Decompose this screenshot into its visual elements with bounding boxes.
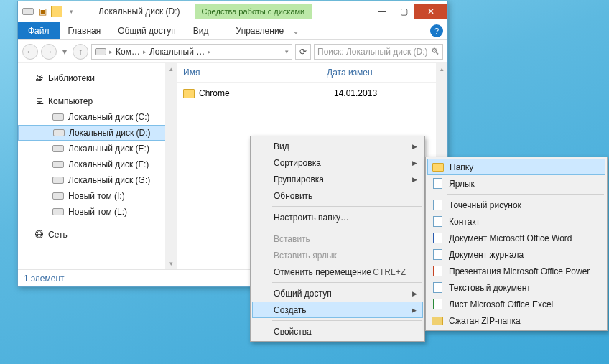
drive-icon: [52, 177, 64, 184]
maximize-button[interactable]: ▢: [393, 4, 414, 19]
ctx-customize[interactable]: Настроить папку…: [252, 209, 423, 225]
new-text[interactable]: Текстовый документ: [427, 279, 605, 296]
window-title: Локальный диск (D:): [98, 6, 180, 17]
ctx-shortcut: CTRL+Z: [373, 267, 406, 277]
navigation-pane: 📚︎Библиотеки 💻︎Компьютер Локальный диск …: [18, 63, 177, 269]
item-name: Chrome: [199, 88, 334, 98]
journal-icon: [432, 249, 443, 261]
contextual-tab-label[interactable]: Средства работы с дисками: [195, 4, 312, 19]
separator: [272, 282, 422, 283]
search-input[interactable]: Поиск: Локальный диск (D:) 🔍︎: [314, 44, 443, 60]
submenu-arrow-icon: ▶: [412, 159, 417, 167]
nav-drive-c[interactable]: Локальный диск (C:): [18, 109, 177, 125]
context-submenu-new: Папку Ярлык Точечный рисунок Контакт Док…: [425, 157, 608, 331]
drive-icon: [95, 48, 106, 55]
breadcrumb-2[interactable]: Локальный …: [149, 47, 205, 57]
breadcrumb-sep[interactable]: ▸: [143, 48, 147, 55]
separator: [272, 206, 422, 207]
refresh-button[interactable]: ⟳: [295, 44, 311, 60]
tab-share[interactable]: Общий доступ: [109, 22, 185, 39]
nav-libraries[interactable]: 📚︎Библиотеки: [18, 70, 177, 86]
nav-label: Локальный диск (E:): [68, 144, 149, 154]
qat-chevron-icon[interactable]: ▾: [65, 6, 77, 17]
nav-label: Новый том (I:): [68, 191, 125, 201]
tab-file[interactable]: Файл: [18, 22, 60, 39]
ctx-new[interactable]: Создать▶: [252, 302, 423, 318]
breadcrumb-sep[interactable]: ▸: [208, 48, 211, 55]
properties-icon[interactable]: ▣: [37, 6, 48, 17]
separator: [272, 228, 422, 228]
new-zip[interactable]: Сжатая ZIP-папка: [427, 312, 605, 329]
tab-home[interactable]: Главная: [60, 22, 110, 39]
nav-drive-l[interactable]: Новый том (L:): [18, 204, 177, 220]
ctx-label: Вставить: [274, 234, 310, 244]
nav-label: Локальный диск (F:): [68, 159, 149, 169]
ctx-label: Документ журнала: [449, 250, 524, 260]
breadcrumb-sep[interactable]: ▸: [109, 48, 113, 55]
nav-drive-d[interactable]: Локальный диск (D:): [18, 125, 177, 141]
address-chevron-icon[interactable]: ▾: [285, 48, 289, 55]
ribbon-expand-icon[interactable]: ⌄: [292, 26, 299, 36]
ctx-label: Сжатая ZIP-папка: [449, 316, 521, 326]
titlebar: ▣ ▾ Локальный диск (D:) Средства работы …: [18, 1, 447, 22]
ribbon-tabs: Файл Главная Общий доступ Вид Управление…: [18, 22, 447, 40]
ctx-group[interactable]: Группировка▶: [252, 171, 423, 187]
ctx-paste: Вставить: [252, 230, 423, 247]
nav-label: Компьютер: [48, 96, 93, 106]
ctx-sort[interactable]: Сортировка▶: [252, 154, 423, 171]
new-excel[interactable]: Лист Microsoft Office Excel: [427, 296, 605, 312]
network-icon: 🌐︎: [35, 230, 44, 240]
col-date[interactable]: Дата измен: [327, 67, 373, 78]
new-folder[interactable]: Папку: [427, 159, 605, 175]
minimize-button[interactable]: —: [371, 4, 393, 19]
back-button[interactable]: ←: [22, 44, 38, 60]
breadcrumb-1[interactable]: Ком…: [116, 47, 140, 57]
nav-scrollbar[interactable]: ▴▾: [165, 63, 177, 269]
nav-computer[interactable]: 💻︎Компьютер: [18, 93, 177, 109]
folder-icon: [432, 162, 444, 173]
tab-view[interactable]: Вид: [185, 22, 218, 39]
nav-drive-e[interactable]: Локальный диск (E:): [18, 141, 177, 157]
new-bitmap[interactable]: Точечный рисунок: [427, 197, 605, 213]
ctx-refresh[interactable]: Обновить: [252, 187, 423, 204]
ctx-view[interactable]: Вид▶: [252, 138, 423, 154]
new-powerpoint[interactable]: Презентация Microsoft Office Power: [427, 263, 605, 279]
nav-drive-g[interactable]: Локальный диск (G:): [18, 172, 177, 188]
ctx-label: Контакт: [449, 217, 480, 227]
nav-label: Локальный диск (C:): [68, 112, 150, 122]
search-icon: 🔍︎: [431, 47, 440, 57]
excel-icon: [432, 299, 443, 310]
new-folder-icon[interactable]: [51, 6, 62, 17]
ctx-undo-move[interactable]: Отменить перемещениеCTRL+Z: [252, 263, 423, 280]
ctx-label: Презентация Microsoft Office Power: [449, 266, 590, 276]
address-bar: ← → ▾ ↑ ▸ Ком… ▸ Локальный … ▸ ▾ ⟳ Поиск…: [18, 40, 447, 63]
computer-icon: 💻︎: [35, 96, 44, 106]
forward-button[interactable]: →: [41, 44, 57, 60]
submenu-arrow-icon: ▶: [412, 143, 417, 150]
new-shortcut[interactable]: Ярлык: [427, 175, 605, 192]
new-contact[interactable]: Контакт: [427, 213, 605, 230]
close-button[interactable]: ✕: [414, 4, 447, 19]
ctx-share[interactable]: Общий доступ▶: [252, 285, 423, 302]
up-button[interactable]: ↑: [73, 44, 88, 60]
submenu-arrow-icon: ▶: [412, 290, 417, 297]
status-text: 1 элемент: [24, 274, 65, 284]
history-chevron-icon[interactable]: ▾: [60, 47, 70, 57]
address-box[interactable]: ▸ Ком… ▸ Локальный … ▸ ▾: [91, 44, 292, 60]
tab-manage[interactable]: Управление: [228, 22, 293, 39]
list-item[interactable]: Chrome 14.01.2013: [177, 85, 447, 101]
nav-drive-f[interactable]: Локальный диск (F:): [18, 157, 177, 172]
nav-network[interactable]: 🌐︎Сеть: [18, 227, 177, 243]
help-button[interactable]: ?: [430, 24, 443, 37]
ctx-properties[interactable]: Свойства: [252, 323, 423, 340]
drive-icon: [52, 113, 64, 121]
ctx-label: Общий доступ: [274, 289, 332, 299]
new-word[interactable]: Документ Microsoft Office Word: [427, 230, 605, 246]
libraries-icon: 📚︎: [35, 73, 44, 83]
new-journal[interactable]: Документ журнала: [427, 246, 605, 263]
nav-label: Локальный диск (G:): [68, 175, 150, 185]
nav-drive-i[interactable]: Новый том (I:): [18, 188, 177, 204]
col-name[interactable]: Имя: [183, 67, 327, 78]
drive-icon: [52, 161, 64, 168]
column-headers[interactable]: Имя Дата измен: [177, 63, 447, 83]
